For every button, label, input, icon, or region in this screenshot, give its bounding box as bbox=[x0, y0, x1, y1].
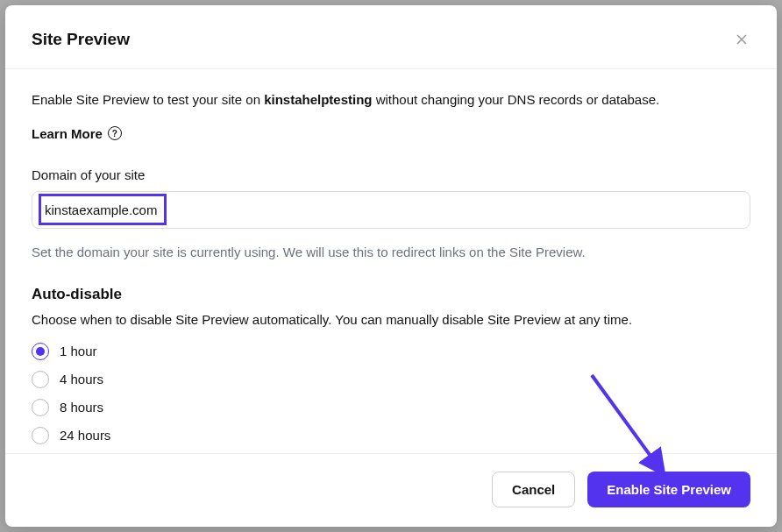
modal-title: Site Preview bbox=[32, 30, 130, 49]
domain-field-label: Domain of your site bbox=[32, 167, 750, 182]
modal-header: Site Preview bbox=[5, 5, 777, 69]
cancel-button[interactable]: Cancel bbox=[492, 472, 575, 507]
radio-dot-icon bbox=[36, 347, 45, 356]
auto-disable-desc: Choose when to disable Site Preview auto… bbox=[32, 312, 750, 327]
radio-icon bbox=[32, 427, 49, 444]
radio-label: 24 hours bbox=[60, 428, 110, 443]
learn-more-label: Learn More bbox=[32, 126, 103, 141]
radio-option-24hours[interactable]: 24 hours bbox=[32, 427, 750, 444]
domain-input-wrap bbox=[32, 191, 750, 229]
intro-pre: Enable Site Preview to test your site on bbox=[32, 92, 264, 107]
radio-option-8hours[interactable]: 8 hours bbox=[32, 399, 750, 416]
radio-label: 8 hours bbox=[60, 400, 103, 415]
help-icon: ? bbox=[108, 126, 122, 140]
intro-post: without changing your DNS records or dat… bbox=[373, 92, 660, 107]
intro-site-name: kinstahelptesting bbox=[264, 92, 372, 107]
enable-site-preview-button[interactable]: Enable Site Preview bbox=[587, 472, 750, 507]
radio-label: 1 hour bbox=[60, 344, 97, 358]
intro-text: Enable Site Preview to test your site on… bbox=[32, 90, 750, 110]
radio-option-1hour[interactable]: 1 hour bbox=[32, 343, 750, 360]
learn-more-link[interactable]: Learn More ? bbox=[32, 126, 750, 141]
radio-icon bbox=[32, 343, 49, 360]
radio-icon bbox=[32, 371, 49, 388]
auto-disable-radio-group: 1 hour 4 hours 8 hours 24 hours bbox=[32, 343, 750, 444]
modal-body: Enable Site Preview to test your site on… bbox=[5, 69, 777, 453]
close-icon bbox=[736, 34, 747, 45]
radio-icon bbox=[32, 399, 49, 416]
domain-input[interactable] bbox=[32, 191, 750, 229]
auto-disable-title: Auto-disable bbox=[32, 286, 750, 303]
radio-option-4hours[interactable]: 4 hours bbox=[32, 371, 750, 388]
domain-hint: Set the domain your site is currently us… bbox=[32, 245, 750, 259]
radio-label: 4 hours bbox=[60, 372, 103, 387]
modal-footer: Cancel Enable Site Preview bbox=[5, 453, 777, 527]
close-button[interactable] bbox=[733, 31, 750, 48]
site-preview-modal: Site Preview Enable Site Preview to test… bbox=[5, 5, 777, 527]
